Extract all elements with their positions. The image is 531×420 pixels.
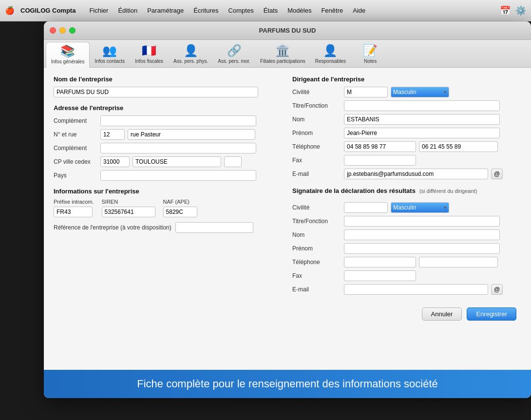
address-section-title: Adresse de l'entreprise bbox=[54, 104, 283, 112]
email-input[interactable] bbox=[344, 169, 488, 179]
telephone-input2[interactable] bbox=[419, 141, 498, 152]
prenom-input[interactable] bbox=[344, 128, 500, 138]
sig-civilite-input[interactable] bbox=[344, 202, 388, 213]
sig-prenom-label: Prénom bbox=[292, 245, 341, 252]
prenom-row: Prénom bbox=[292, 128, 521, 138]
signataire-subtitle: (si différent du dirigeant) bbox=[419, 188, 477, 194]
traffic-lights bbox=[50, 27, 76, 34]
sig-telephone-input2[interactable] bbox=[419, 257, 498, 267]
right-column: Dirigeant de l'entreprise Civilité Mascu… bbox=[292, 76, 521, 298]
flag-icon: 🇫🇷 bbox=[142, 45, 156, 57]
tab-notes[interactable]: 📝 Notes bbox=[351, 42, 390, 67]
num-rue-row: N° et rue bbox=[54, 129, 283, 140]
menu-modeles[interactable]: Modèles bbox=[283, 5, 316, 16]
menu-fichier[interactable]: Fichier bbox=[84, 5, 113, 16]
ref-input[interactable] bbox=[175, 222, 253, 233]
tab-infos-contacts[interactable]: 👥 Infos contacts bbox=[90, 42, 130, 67]
siren-input[interactable] bbox=[102, 207, 155, 217]
sig-telephone-input1[interactable] bbox=[344, 257, 416, 267]
tab-filiales[interactable]: 🏛️ Filiales participations bbox=[255, 42, 310, 67]
sig-civilite-label: Civilité bbox=[292, 204, 341, 211]
telephone-input1[interactable] bbox=[344, 141, 416, 152]
info-section-title: Informations sur l'entreprise bbox=[54, 188, 283, 195]
titre-input[interactable] bbox=[344, 100, 500, 111]
naf-input[interactable] bbox=[163, 207, 197, 217]
tab-label-ass-pers-phys: Ass. pers. phys. bbox=[173, 58, 208, 64]
naf-col: NAF (APE) bbox=[163, 199, 197, 217]
sig-fax-row: Fax bbox=[292, 270, 521, 281]
prenom-label: Prénom bbox=[292, 130, 341, 136]
civilite-select-wrapper: Masculin Féminin bbox=[391, 87, 449, 97]
sig-email-input[interactable] bbox=[344, 284, 488, 295]
person-teal-icon: 👤 bbox=[184, 45, 198, 57]
tab-infos-fiscales[interactable]: 🇫🇷 Infos fiscales bbox=[130, 42, 169, 67]
cedex-input[interactable] bbox=[224, 156, 242, 167]
tab-ass-pers-phys[interactable]: 👤 Ass. pers. phys. bbox=[169, 42, 213, 67]
civilite-select[interactable]: Masculin Féminin bbox=[391, 87, 449, 97]
complement1-input[interactable] bbox=[100, 115, 256, 126]
sig-nom-input[interactable] bbox=[344, 229, 500, 240]
rue-input[interactable] bbox=[128, 129, 255, 140]
complement2-input[interactable] bbox=[100, 143, 256, 153]
fax-input[interactable] bbox=[344, 155, 416, 166]
city-input[interactable] bbox=[133, 156, 221, 167]
siren-col: SIREN bbox=[102, 199, 155, 217]
cancel-button[interactable]: Annuler bbox=[422, 307, 462, 321]
complement1-label: Complément bbox=[54, 117, 97, 124]
ref-label: Référence de l'entreprise (à votre dispo… bbox=[54, 224, 171, 231]
apple-icon[interactable]: 🍎 bbox=[5, 6, 15, 15]
prefixe-label: Préfixe intracom. bbox=[54, 199, 94, 205]
civilite-input[interactable] bbox=[344, 87, 388, 97]
prefixe-col: Préfixe intracom. bbox=[54, 199, 94, 217]
people-icon: 👥 bbox=[102, 45, 117, 57]
ref-row: Référence de l'entreprise (à votre dispo… bbox=[54, 222, 283, 233]
fax-row: Fax bbox=[292, 155, 521, 166]
num-rue-label: N° et rue bbox=[54, 131, 97, 138]
sig-email-label: E-mail bbox=[292, 286, 341, 293]
sig-civilite-select-wrapper: Masculin Féminin bbox=[391, 202, 449, 213]
pays-input[interactable] bbox=[100, 170, 256, 181]
menu-ecritures[interactable]: Écritures bbox=[189, 5, 223, 16]
maximize-button[interactable] bbox=[69, 27, 76, 34]
cp-label: CP ville cedex bbox=[54, 158, 97, 165]
statusbar: Fiche complète pour le renseignement des… bbox=[44, 370, 531, 398]
menu-parametrage[interactable]: Paramétrage bbox=[142, 5, 189, 16]
pays-label: Pays bbox=[54, 172, 97, 179]
toolbar: 📚 Infos générales 👥 Infos contacts 🇫🇷 In… bbox=[44, 40, 531, 68]
minimize-button[interactable] bbox=[59, 27, 66, 34]
calendar-icon[interactable]: 📅 bbox=[500, 5, 511, 16]
company-name-input[interactable] bbox=[54, 87, 258, 97]
gear-icon[interactable]: ⚙️ bbox=[515, 5, 526, 16]
civilite-label: Civilité bbox=[292, 89, 341, 95]
tab-ass-pers-mor[interactable]: 🔗 Ass. pers. mor. bbox=[213, 42, 255, 67]
sig-prenom-input[interactable] bbox=[344, 243, 500, 254]
sig-fax-input[interactable] bbox=[344, 270, 416, 281]
main-content: Nom de l'entreprise Adresse de l'entrepr… bbox=[44, 68, 531, 370]
sig-email-at-button[interactable]: @ bbox=[491, 284, 503, 295]
tab-responsables[interactable]: 👤 Responsables bbox=[310, 42, 351, 67]
cp-input[interactable] bbox=[100, 156, 130, 167]
menu-etats[interactable]: États bbox=[259, 5, 283, 16]
sig-email-row: E-mail @ bbox=[292, 284, 521, 295]
close-button[interactable] bbox=[50, 27, 56, 34]
sig-civilite-select[interactable]: Masculin Féminin bbox=[391, 202, 449, 213]
nom-input[interactable] bbox=[344, 114, 500, 125]
pays-row: Pays bbox=[54, 170, 283, 181]
menu-comptes[interactable]: Comptes bbox=[224, 5, 259, 16]
menu-aide[interactable]: Aide bbox=[348, 5, 370, 16]
window-title: PARFUMS DU SUD bbox=[259, 27, 316, 34]
siren-label: SIREN bbox=[102, 199, 155, 205]
sig-civilite-row: Civilité Masculin Féminin bbox=[292, 202, 521, 213]
sig-titre-input[interactable] bbox=[344, 216, 500, 227]
prefixe-input[interactable] bbox=[54, 207, 93, 217]
num-input[interactable] bbox=[100, 129, 125, 140]
save-button[interactable]: Enregistrer bbox=[467, 307, 516, 321]
nom-label: Nom bbox=[292, 116, 341, 123]
email-at-button[interactable]: @ bbox=[491, 169, 503, 179]
note-icon: 📝 bbox=[363, 45, 378, 57]
tab-infos-generales[interactable]: 📚 Infos générales bbox=[46, 42, 90, 68]
network-icon: 🔗 bbox=[227, 45, 242, 57]
menu-fenetre[interactable]: Fenêtre bbox=[316, 5, 348, 16]
menu-edition[interactable]: Édition bbox=[113, 5, 142, 16]
tab-label-ass-pers-mor: Ass. pers. mor. bbox=[218, 58, 250, 64]
